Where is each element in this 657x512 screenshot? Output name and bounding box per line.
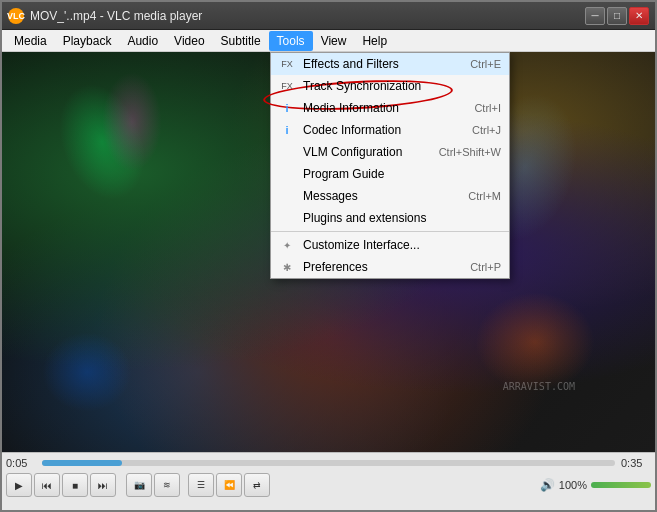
- next-button[interactable]: ⏭: [90, 473, 116, 497]
- preferences-icon: ✱: [279, 259, 295, 275]
- total-time: 0:35: [621, 457, 651, 469]
- customize-icon: ✦: [279, 237, 295, 253]
- video-watermark: ARRAVIST.COM: [503, 381, 575, 392]
- messages-icon: [279, 188, 295, 204]
- minimize-button[interactable]: ─: [585, 7, 605, 25]
- program-guide-icon: [279, 166, 295, 182]
- tools-dropdown: FX Effects and Filters Ctrl+E FX Track S…: [270, 52, 510, 279]
- volume-icon: 🔊: [540, 478, 555, 492]
- menu-media[interactable]: Media: [6, 31, 55, 51]
- menu-effects-filters[interactable]: FX Effects and Filters Ctrl+E: [271, 53, 509, 75]
- menu-plugins-ext[interactable]: Plugins and extensions: [271, 207, 509, 229]
- control-bar: 0:05 0:35 ▶ ⏮ ■ ⏭ 📷 ≋ ☰ ⏪ ⇄ 🔊 100%: [2, 452, 655, 510]
- volume-fill: [591, 482, 651, 488]
- progress-fill: [42, 460, 122, 466]
- menu-customize[interactable]: ✦ Customize Interface...: [271, 234, 509, 256]
- stage-light-4: [475, 292, 595, 392]
- menu-tools[interactable]: Tools: [269, 31, 313, 51]
- play-button[interactable]: ▶: [6, 473, 32, 497]
- media-info-icon: i: [279, 100, 295, 116]
- title-bar: VLC MOV_'..mp4 - VLC media player ─ □ ✕: [2, 2, 655, 30]
- video-area: ARRAVIST.COM FX Effects and Filters Ctrl…: [2, 52, 655, 452]
- menu-preferences[interactable]: ✱ Preferences Ctrl+P: [271, 256, 509, 278]
- menu-audio[interactable]: Audio: [119, 31, 166, 51]
- maximize-button[interactable]: □: [607, 7, 627, 25]
- progress-row: 0:05 0:35: [6, 455, 651, 471]
- volume-bar[interactable]: [591, 482, 651, 488]
- vlm-icon: [279, 144, 295, 160]
- volume-area: 🔊 100%: [540, 478, 651, 492]
- menu-video[interactable]: Video: [166, 31, 212, 51]
- menu-subtitle[interactable]: Subtitle: [213, 31, 269, 51]
- stop-button[interactable]: ■: [62, 473, 88, 497]
- playlist-button[interactable]: ☰: [188, 473, 214, 497]
- rewind-button[interactable]: ⏪: [216, 473, 242, 497]
- track-sync-icon: FX: [279, 78, 295, 94]
- menu-bar: Media Playback Audio Video Subtitle Tool…: [2, 30, 655, 52]
- volume-percent: 100%: [559, 479, 587, 491]
- shuffle-button[interactable]: ⇄: [244, 473, 270, 497]
- prev-button[interactable]: ⏮: [34, 473, 60, 497]
- menu-vlm-config[interactable]: VLM Configuration Ctrl+Shift+W: [271, 141, 509, 163]
- menu-codec-info[interactable]: i Codec Information Ctrl+J: [271, 119, 509, 141]
- stage-light-5: [42, 332, 132, 412]
- controls-row: ▶ ⏮ ■ ⏭ 📷 ≋ ☰ ⏪ ⇄ 🔊 100%: [6, 471, 651, 499]
- menu-messages[interactable]: Messages Ctrl+M: [271, 185, 509, 207]
- progress-bar[interactable]: [42, 460, 615, 466]
- window-title: MOV_'..mp4 - VLC media player: [30, 9, 585, 23]
- snapshot-button[interactable]: 📷: [126, 473, 152, 497]
- menu-help[interactable]: Help: [354, 31, 395, 51]
- eq-button[interactable]: ≋: [154, 473, 180, 497]
- codec-info-icon: i: [279, 122, 295, 138]
- menu-separator: [271, 231, 509, 232]
- menu-program-guide[interactable]: Program Guide: [271, 163, 509, 185]
- menu-view[interactable]: View: [313, 31, 355, 51]
- menu-media-info[interactable]: i Media Information Ctrl+I: [271, 97, 509, 119]
- vlc-window: VLC MOV_'..mp4 - VLC media player ─ □ ✕ …: [0, 0, 657, 512]
- menu-playback[interactable]: Playback: [55, 31, 120, 51]
- menu-track-sync[interactable]: FX Track Synchronization: [271, 75, 509, 97]
- close-button[interactable]: ✕: [629, 7, 649, 25]
- app-icon: VLC: [8, 8, 24, 24]
- current-time: 0:05: [6, 457, 36, 469]
- window-controls: ─ □ ✕: [585, 7, 649, 25]
- effects-icon: FX: [279, 56, 295, 72]
- stage-light-2: [102, 72, 162, 172]
- plugins-icon: [279, 210, 295, 226]
